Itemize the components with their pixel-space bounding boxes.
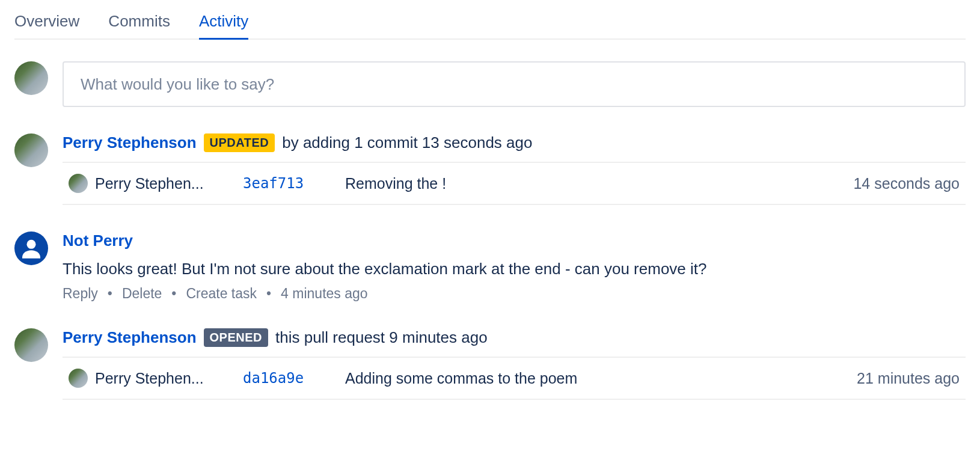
activity-header: Perry Stephenson OPENED this pull reques…: [63, 328, 966, 347]
activity-text: by adding 1 commit 13 seconds ago: [282, 133, 532, 152]
activity-content: Perry Stephenson UPDATED by adding 1 com…: [63, 133, 966, 205]
comment-input[interactable]: [63, 61, 966, 107]
dot-separator: •: [266, 286, 271, 302]
tab-activity[interactable]: Activity: [199, 12, 248, 40]
comment-composer: [14, 61, 966, 107]
commit-time: 14 seconds ago: [853, 175, 960, 192]
avatar-default: [14, 231, 48, 265]
author-link[interactable]: Perry Stephenson: [63, 133, 197, 152]
delete-link[interactable]: Delete: [122, 286, 162, 302]
comment-actions: Reply • Delete • Create task • 4 minutes…: [63, 286, 966, 302]
commit-time: 21 minutes ago: [857, 370, 960, 387]
commit-hash[interactable]: 3eaf713: [243, 175, 333, 192]
activity-header: Perry Stephenson UPDATED by adding 1 com…: [63, 133, 966, 152]
avatar: [14, 328, 48, 362]
comment-time: 4 minutes ago: [281, 286, 367, 302]
avatar-small: [69, 369, 88, 388]
commit-author-name: Perry Stephen...: [95, 370, 204, 387]
activity-text: this pull request 9 minutes ago: [275, 328, 488, 347]
tab-commits[interactable]: Commits: [108, 12, 170, 40]
commit-author: Perry Stephen...: [69, 174, 231, 193]
tab-overview[interactable]: Overview: [14, 12, 79, 40]
avatar-small: [69, 174, 88, 193]
author-link[interactable]: Perry Stephenson: [63, 328, 197, 347]
status-badge-updated: UPDATED: [204, 133, 275, 152]
comment-body: This looks great! But I'm not sure about…: [63, 260, 966, 278]
commit-author: Perry Stephen...: [69, 369, 231, 388]
dot-separator: •: [171, 286, 176, 302]
commit-message: Adding some commas to the poem: [345, 370, 845, 387]
avatar: [14, 133, 48, 167]
activity-item-comment: Not Perry This looks great! But I'm not …: [14, 231, 966, 302]
commit-row: Perry Stephen... 3eaf713 Removing the ! …: [63, 163, 966, 204]
activity-content: Not Perry This looks great! But I'm not …: [63, 231, 966, 302]
status-badge-opened: OPENED: [204, 328, 268, 347]
svg-point-0: [27, 240, 36, 249]
commit-table: Perry Stephen... 3eaf713 Removing the ! …: [63, 162, 966, 205]
commit-author-name: Perry Stephen...: [95, 175, 204, 192]
activity-item-updated: Perry Stephenson UPDATED by adding 1 com…: [14, 133, 966, 205]
reply-link[interactable]: Reply: [63, 286, 98, 302]
commit-row: Perry Stephen... da16a9e Adding some com…: [63, 358, 966, 399]
user-icon: [19, 236, 43, 260]
create-task-link[interactable]: Create task: [186, 286, 257, 302]
activity-header: Not Perry: [63, 231, 966, 250]
commit-message: Removing the !: [345, 175, 841, 192]
author-link[interactable]: Not Perry: [63, 231, 133, 250]
activity-item-opened: Perry Stephenson OPENED this pull reques…: [14, 328, 966, 400]
tabs-bar: Overview Commits Activity: [14, 12, 966, 40]
commit-table: Perry Stephen... da16a9e Adding some com…: [63, 357, 966, 400]
dot-separator: •: [108, 286, 112, 302]
commit-hash[interactable]: da16a9e: [243, 370, 333, 387]
avatar: [14, 61, 48, 95]
activity-content: Perry Stephenson OPENED this pull reques…: [63, 328, 966, 400]
